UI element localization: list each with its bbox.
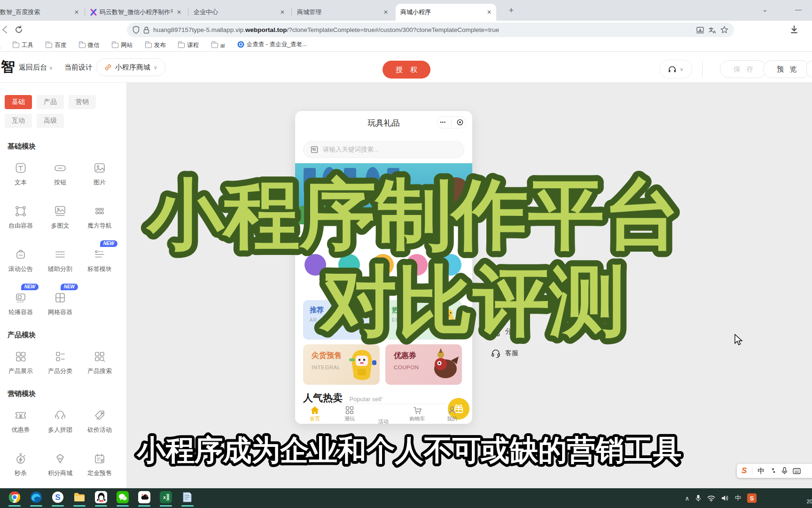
bookmark-folder-ai[interactable]: ai [211,42,225,49]
back-icon[interactable] [1,25,8,34]
tab-advanced[interactable]: 高级 [37,114,64,128]
design-selector[interactable]: 小程序商城 ∨ [96,58,165,76]
module-image[interactable]: 图片 [85,161,115,187]
module-coupon[interactable]: 优惠券 [6,409,36,434]
module-carousel-container[interactable]: NEW 轮播容器 [6,291,36,317]
bookmark-star-icon[interactable] [720,26,728,34]
tab-cart[interactable]: 购物车 [404,406,430,422]
tray-sogou-icon[interactable]: S [747,493,757,503]
feature-card-hot[interactable]: 热卖 ER S G [385,300,462,340]
save-button[interactable]: 保 存 [720,60,767,78]
tab-activity[interactable]: 活动 [370,406,397,424]
wechat-icon[interactable] [117,491,129,503]
search-bar[interactable]: 请输入关键词搜索... [303,141,464,158]
capsule-home-icon[interactable] [457,119,463,126]
url-bar[interactable]: huang897157type-5.mallapp.vip.webportal.… [127,23,734,37]
bookmark-qichacha[interactable]: 企查查 - 查企业_查老... [237,40,307,48]
nav-circle-3[interactable] [372,254,394,276]
downloads-icon[interactable] [789,24,799,35]
tab-close-icon[interactable]: ✕ [74,9,79,16]
ime-toolbar[interactable]: S 中 [737,464,812,478]
tab-product[interactable]: 产品 [37,95,64,109]
tab-close-icon[interactable]: ✕ [280,9,285,16]
tab-marketing[interactable]: 营销 [69,95,96,109]
phone-preview[interactable]: 玩具礼品 ••• 请输入关键词搜索... [295,111,472,424]
nav-circle-2[interactable] [338,254,360,276]
module-product-category[interactable]: 产品分类 [45,350,75,375]
nav-circle-4[interactable] [406,254,428,276]
module-deposit-presale[interactable]: 定金预售 [85,452,115,477]
share-action[interactable]: 分享 [491,326,518,337]
tab-close-icon[interactable]: ✕ [177,9,181,16]
chrome-icon[interactable] [8,491,21,503]
promo-card-coupon[interactable]: 优惠券 COUPON [385,344,462,385]
ime-language[interactable]: 中 [757,467,765,476]
edge-icon[interactable] [30,491,42,503]
tray-wifi-icon[interactable] [707,495,715,501]
module-group-buy[interactable]: 多人拼团 [45,409,75,434]
ink-mode-icon[interactable] [770,468,776,474]
mic-icon[interactable] [781,467,788,475]
bookmark-folder-publish[interactable]: 发布 [145,41,166,49]
tray-volume-icon[interactable] [721,495,729,501]
qq-icon[interactable] [95,491,107,503]
support-menu[interactable]: ∨ [659,60,692,79]
tray-expand-icon[interactable]: ∧ [685,495,689,502]
keyboard-icon[interactable] [793,468,801,474]
excel-icon[interactable]: X [160,491,172,503]
bookmark-folder-course[interactable]: 课程 [178,41,199,49]
customer-service-action[interactable]: 客服 [491,348,518,358]
tab-enterprise-center[interactable]: 企业中心 ✕ [189,4,289,21]
module-scroll-notice[interactable]: 滚动公告 [6,248,36,273]
tab-baidu-search[interactable]: 码云数智_百度搜索 ✕ [0,4,84,21]
module-product-display[interactable]: 产品展示 [6,350,36,375]
tab-close-icon[interactable]: ✕ [487,9,492,16]
banner-image[interactable] [295,163,472,224]
module-free-container[interactable]: 自由容器 [6,205,36,230]
tray-mic-icon[interactable] [695,494,701,502]
translate-icon[interactable]: 文 A [708,26,717,34]
tray-clock[interactable]: 21 2025 [786,490,812,505]
capsule-menu-icon[interactable]: ••• [440,120,445,125]
module-product-search[interactable]: 产品搜索 [85,350,115,375]
bookmark-folder-website[interactable]: 网站 [112,41,133,49]
tab-trend[interactable]: 潮玩 [336,406,363,422]
tray-ime-lang[interactable]: 中 [735,494,741,502]
tab-mine[interactable]: 我的 [439,406,465,422]
module-points-mall[interactable]: 积分商城 [45,452,75,477]
bookmark-folder-baidu[interactable]: 百度 [46,41,66,49]
window-minimize-icon[interactable]: — [795,6,802,13]
bookmark-item[interactable]: 讯 [0,42,0,50]
nav-circle-1[interactable] [304,254,326,276]
nav-circle-5[interactable] [440,254,461,276]
bookmark-folder-tools[interactable]: 工具 [13,41,33,49]
promo-card-presale[interactable]: 尖货预售 INTEGRAL [303,344,380,385]
module-grid-container[interactable]: NEW 网格容器 [45,291,75,317]
tab-mayun-platform[interactable]: 码云数智_微信小程序制作平台_ ✕ [86,4,186,21]
notepad-icon[interactable] [181,491,194,503]
refresh-icon[interactable] [14,25,23,34]
sogou-browser-icon[interactable]: S [52,491,64,503]
back-to-admin-button[interactable]: 返回后台 ∨ [19,63,53,72]
file-explorer-icon[interactable] [73,491,86,503]
bookmark-folder-wechat[interactable]: 微信 [79,41,100,49]
tab-mall-miniprogram[interactable]: 商城小程序 ✕ [396,4,496,21]
module-flash-sale[interactable]: 秒杀 [6,452,36,477]
save-page-icon[interactable] [696,26,704,34]
module-cube-nav[interactable]: 魔方导航 [85,205,115,230]
tab-close-icon[interactable]: ✕ [383,9,388,16]
new-tab-button[interactable]: + [506,6,517,16]
module-divider[interactable]: 辅助分割 [45,248,75,273]
preview-button[interactable]: 预 览 [763,60,810,78]
tab-basic[interactable]: 基础 [5,95,32,109]
window-menu-chevron-icon[interactable]: ⌄ [762,6,768,13]
authorize-button[interactable]: 授 权 [383,61,430,79]
tab-mall-management[interactable]: 商城管理 ✕ [292,4,393,21]
module-tag[interactable]: NEW 标签模块 [85,248,115,273]
module-text[interactable]: 文本 [6,161,36,187]
tab-home[interactable]: 首页 [302,406,328,422]
module-multi-image-text[interactable]: 多图文 [45,205,75,230]
cloud-music-app-icon[interactable] [138,491,150,503]
module-bargain[interactable]: 砍价活动 [85,409,115,434]
module-button[interactable]: 按钮 [45,161,75,187]
